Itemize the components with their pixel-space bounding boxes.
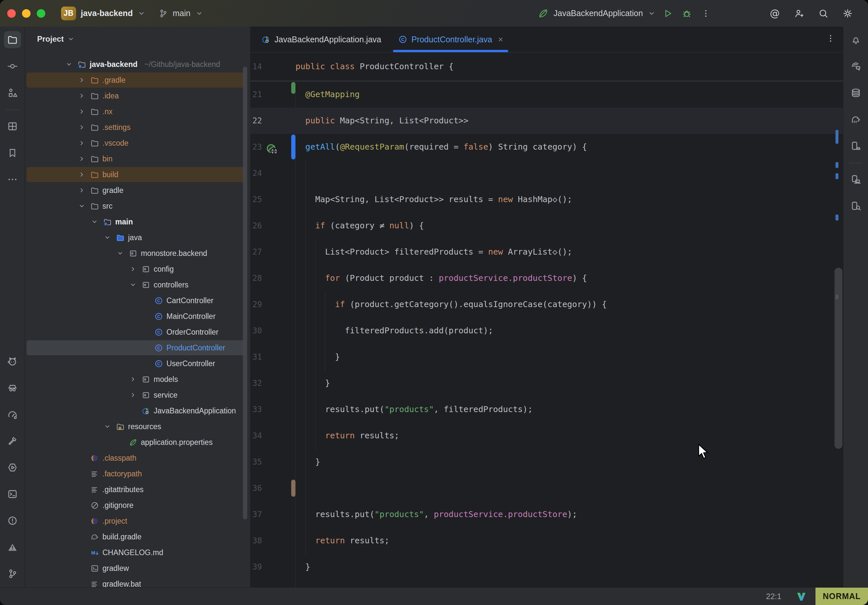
running-devices-icon[interactable]	[847, 171, 864, 188]
git-tool-icon[interactable]	[4, 565, 21, 582]
error-stripe-mark[interactable]	[835, 162, 839, 168]
tree-item-.idea[interactable]: .idea	[25, 88, 249, 104]
chevron-right-icon[interactable]	[77, 139, 87, 147]
tree-item-models[interactable]: models	[25, 371, 249, 387]
project-tree-scrollbar[interactable]	[243, 67, 247, 519]
problems-icon[interactable]	[4, 512, 21, 529]
error-stripe-mark[interactable]	[835, 173, 839, 179]
commit-tool-icon[interactable]	[4, 58, 21, 75]
code-line-32[interactable]: 32}	[250, 370, 843, 396]
chevron-down-icon[interactable]	[77, 202, 87, 210]
code-line-33[interactable]: 33results.put("products", filteredProduc…	[250, 396, 843, 422]
tree-item-.project[interactable]: .project	[25, 513, 249, 529]
close-tab-icon[interactable]: ×	[498, 34, 503, 45]
minimize-window-button[interactable]	[22, 9, 31, 18]
tree-item-bin[interactable]: bin	[25, 151, 249, 167]
chevron-right-icon[interactable]	[128, 391, 138, 399]
tree-item-.nx[interactable]: .nx	[25, 104, 249, 119]
code-line-22[interactable]: 22public Map<String, List<Product>>	[250, 108, 843, 134]
code-line-25[interactable]: 25Map<String, List<Product>> results = n…	[250, 186, 843, 213]
line-number[interactable]: 37	[250, 501, 262, 528]
structure-tool-icon[interactable]	[4, 84, 21, 101]
chevron-down-icon[interactable]	[90, 218, 99, 226]
project-tool-icon[interactable]	[4, 31, 21, 48]
incognito-tool-icon[interactable]	[4, 379, 21, 396]
chevron-right-icon[interactable]	[77, 92, 87, 100]
project-widget[interactable]: JB java-backend	[61, 0, 146, 26]
notifications-bell-icon[interactable]	[847, 31, 864, 48]
code-line-38[interactable]: 38return results;	[250, 528, 843, 554]
chevron-right-icon[interactable]	[77, 186, 87, 194]
tree-item-gradle[interactable]: gradle	[25, 183, 249, 198]
code-line-21[interactable]: 21@GetMapping	[250, 81, 843, 108]
tree-item-CHANGELOG.md[interactable]: MCHANGELOG.md	[25, 545, 249, 560]
tree-item-resources[interactable]: resources	[25, 419, 249, 435]
line-number[interactable]: 29	[250, 291, 262, 317]
run-widget[interactable]: JavaBackendApplication	[538, 0, 713, 26]
tree-item-.gradle[interactable]: .gradle	[25, 72, 249, 88]
line-number[interactable]: 24	[250, 160, 262, 186]
tree-item-UserController[interactable]: CUserController	[25, 356, 249, 371]
tree-item-CartController[interactable]: CCartController	[25, 292, 249, 308]
chevron-right-icon[interactable]	[77, 76, 87, 84]
tree-item-monostore.backend[interactable]: monostore.backend	[25, 245, 249, 261]
bookmarks-icon[interactable]	[4, 144, 21, 161]
line-number[interactable]: 23	[250, 134, 262, 160]
tree-item-build.gradle[interactable]: build.gradle	[25, 529, 249, 545]
tree-item-gradlew.bat[interactable]: gradlew.bat	[25, 576, 249, 587]
code-line-37[interactable]: 37results.put("products", productService…	[250, 501, 843, 528]
tree-item-src[interactable]: src	[25, 198, 249, 214]
line-number[interactable]: 30	[250, 317, 262, 344]
chevron-right-icon[interactable]	[128, 375, 138, 383]
tree-item-main[interactable]: main	[25, 214, 249, 230]
plugin-cat-icon[interactable]	[4, 353, 21, 370]
tab-JavaBackendApplication.java[interactable]: JavaBackendApplication.java	[253, 26, 390, 52]
chevron-down-icon[interactable]	[64, 60, 74, 68]
code-line-35[interactable]: 35}	[250, 449, 843, 475]
tree-item-config[interactable]: config	[25, 261, 249, 277]
debug-button[interactable]	[680, 6, 694, 21]
line-number[interactable]: 21	[250, 81, 262, 108]
chevron-down-icon[interactable]	[128, 281, 138, 289]
tree-item-.vscode[interactable]: .vscode	[25, 135, 249, 151]
settings-gear-icon[interactable]	[840, 6, 855, 21]
editor-scrollbar[interactable]	[834, 268, 842, 449]
tree-item-gradlew[interactable]: gradlew	[25, 560, 249, 576]
services-icon[interactable]	[4, 459, 21, 476]
chevron-right-icon[interactable]	[77, 123, 87, 131]
tree-item-.settings[interactable]: .settings	[25, 119, 249, 135]
database-icon[interactable]	[847, 84, 864, 101]
tree-item-.classpath[interactable]: .classpath	[25, 450, 249, 466]
tree-item-application.properties[interactable]: application.properties	[25, 435, 249, 450]
device-manager-icon[interactable]	[847, 138, 864, 155]
code-line-30[interactable]: 30filteredProducts.add(product);	[250, 317, 843, 344]
code-line-31[interactable]: 31}	[250, 344, 843, 370]
line-number[interactable]: 34	[250, 422, 262, 449]
tree-item-MainController[interactable]: CMainController	[25, 308, 249, 324]
add-user-icon[interactable]	[792, 6, 806, 21]
line-number[interactable]: 32	[250, 370, 262, 396]
sticky-line[interactable]: 14public class ProductController {	[250, 53, 843, 81]
tree-item-.gitattributes[interactable]: .gitattributes	[25, 482, 249, 497]
terminal-icon[interactable]	[4, 486, 21, 503]
chevron-down-icon[interactable]	[102, 234, 112, 241]
branch-widget[interactable]: main	[158, 0, 203, 26]
line-number[interactable]: 35	[250, 449, 262, 475]
ideavim-icon[interactable]	[796, 591, 807, 604]
tree-item-controllers[interactable]: controllers	[25, 277, 249, 292]
chevron-right-icon[interactable]	[77, 170, 87, 178]
editor-layout-icon[interactable]	[4, 118, 21, 135]
tree-item-java-backend[interactable]: java-backend~/Github/java-backend	[25, 56, 249, 72]
gradle-icon[interactable]	[847, 111, 864, 128]
tree-item-build[interactable]: build	[25, 167, 249, 183]
error-stripe-mark[interactable]	[835, 215, 839, 220]
project-panel-header[interactable]: Project	[37, 34, 75, 43]
chevron-down-icon[interactable]	[115, 249, 125, 257]
caret-position[interactable]: 22:1	[766, 588, 781, 605]
error-stripe-mark[interactable]	[835, 130, 839, 144]
code-line-28[interactable]: 28for (Product product : productService.…	[250, 265, 843, 291]
notifications-warning-icon[interactable]	[4, 539, 21, 556]
tree-item-JavaBackendApplication[interactable]: JavaBackendApplication	[25, 403, 249, 419]
search-icon[interactable]	[816, 6, 831, 21]
ai-assistant-icon[interactable]	[847, 58, 864, 75]
